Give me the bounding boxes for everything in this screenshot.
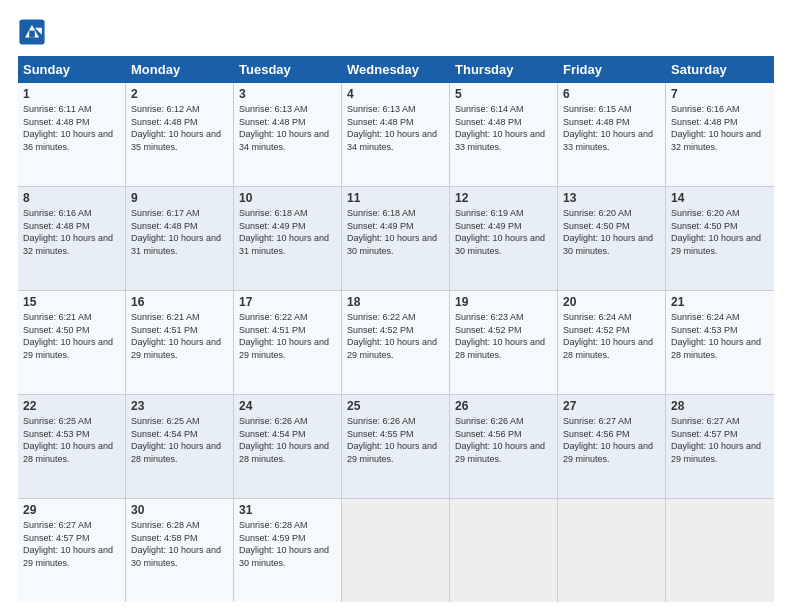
day-cell-24: 24Sunrise: 6:26 AMSunset: 4:54 PMDayligh…	[234, 395, 342, 498]
empty-cell	[558, 499, 666, 602]
header-day-friday: Friday	[558, 56, 666, 83]
day-number: 25	[347, 399, 444, 413]
day-number: 11	[347, 191, 444, 205]
day-number: 29	[23, 503, 120, 517]
header	[18, 18, 774, 46]
day-number: 20	[563, 295, 660, 309]
day-number: 23	[131, 399, 228, 413]
day-cell-18: 18Sunrise: 6:22 AMSunset: 4:52 PMDayligh…	[342, 291, 450, 394]
svg-rect-2	[29, 31, 35, 38]
header-day-monday: Monday	[126, 56, 234, 83]
day-detail: Sunrise: 6:27 AMSunset: 4:56 PMDaylight:…	[563, 415, 660, 465]
day-number: 5	[455, 87, 552, 101]
day-cell-31: 31Sunrise: 6:28 AMSunset: 4:59 PMDayligh…	[234, 499, 342, 602]
day-cell-23: 23Sunrise: 6:25 AMSunset: 4:54 PMDayligh…	[126, 395, 234, 498]
day-detail: Sunrise: 6:20 AMSunset: 4:50 PMDaylight:…	[671, 207, 769, 257]
day-number: 30	[131, 503, 228, 517]
day-detail: Sunrise: 6:21 AMSunset: 4:51 PMDaylight:…	[131, 311, 228, 361]
page: SundayMondayTuesdayWednesdayThursdayFrid…	[0, 0, 792, 612]
day-detail: Sunrise: 6:28 AMSunset: 4:58 PMDaylight:…	[131, 519, 228, 569]
day-detail: Sunrise: 6:15 AMSunset: 4:48 PMDaylight:…	[563, 103, 660, 153]
day-detail: Sunrise: 6:21 AMSunset: 4:50 PMDaylight:…	[23, 311, 120, 361]
day-cell-16: 16Sunrise: 6:21 AMSunset: 4:51 PMDayligh…	[126, 291, 234, 394]
day-cell-13: 13Sunrise: 6:20 AMSunset: 4:50 PMDayligh…	[558, 187, 666, 290]
day-number: 21	[671, 295, 769, 309]
day-detail: Sunrise: 6:13 AMSunset: 4:48 PMDaylight:…	[239, 103, 336, 153]
header-day-wednesday: Wednesday	[342, 56, 450, 83]
empty-cell	[342, 499, 450, 602]
day-number: 9	[131, 191, 228, 205]
day-cell-19: 19Sunrise: 6:23 AMSunset: 4:52 PMDayligh…	[450, 291, 558, 394]
day-cell-5: 5Sunrise: 6:14 AMSunset: 4:48 PMDaylight…	[450, 83, 558, 186]
day-detail: Sunrise: 6:24 AMSunset: 4:53 PMDaylight:…	[671, 311, 769, 361]
calendar-body: 1Sunrise: 6:11 AMSunset: 4:48 PMDaylight…	[18, 83, 774, 602]
day-detail: Sunrise: 6:16 AMSunset: 4:48 PMDaylight:…	[671, 103, 769, 153]
day-detail: Sunrise: 6:12 AMSunset: 4:48 PMDaylight:…	[131, 103, 228, 153]
day-cell-8: 8Sunrise: 6:16 AMSunset: 4:48 PMDaylight…	[18, 187, 126, 290]
header-day-saturday: Saturday	[666, 56, 774, 83]
day-cell-7: 7Sunrise: 6:16 AMSunset: 4:48 PMDaylight…	[666, 83, 774, 186]
empty-cell	[666, 499, 774, 602]
header-day-tuesday: Tuesday	[234, 56, 342, 83]
day-cell-27: 27Sunrise: 6:27 AMSunset: 4:56 PMDayligh…	[558, 395, 666, 498]
day-detail: Sunrise: 6:19 AMSunset: 4:49 PMDaylight:…	[455, 207, 552, 257]
day-cell-12: 12Sunrise: 6:19 AMSunset: 4:49 PMDayligh…	[450, 187, 558, 290]
day-detail: Sunrise: 6:20 AMSunset: 4:50 PMDaylight:…	[563, 207, 660, 257]
day-cell-30: 30Sunrise: 6:28 AMSunset: 4:58 PMDayligh…	[126, 499, 234, 602]
day-detail: Sunrise: 6:26 AMSunset: 4:54 PMDaylight:…	[239, 415, 336, 465]
day-number: 31	[239, 503, 336, 517]
day-number: 13	[563, 191, 660, 205]
day-detail: Sunrise: 6:14 AMSunset: 4:48 PMDaylight:…	[455, 103, 552, 153]
day-number: 2	[131, 87, 228, 101]
day-number: 1	[23, 87, 120, 101]
week-row-4: 22Sunrise: 6:25 AMSunset: 4:53 PMDayligh…	[18, 395, 774, 499]
day-number: 4	[347, 87, 444, 101]
day-detail: Sunrise: 6:26 AMSunset: 4:55 PMDaylight:…	[347, 415, 444, 465]
calendar: SundayMondayTuesdayWednesdayThursdayFrid…	[18, 56, 774, 602]
day-detail: Sunrise: 6:25 AMSunset: 4:53 PMDaylight:…	[23, 415, 120, 465]
day-detail: Sunrise: 6:18 AMSunset: 4:49 PMDaylight:…	[347, 207, 444, 257]
day-cell-15: 15Sunrise: 6:21 AMSunset: 4:50 PMDayligh…	[18, 291, 126, 394]
week-row-5: 29Sunrise: 6:27 AMSunset: 4:57 PMDayligh…	[18, 499, 774, 602]
day-cell-29: 29Sunrise: 6:27 AMSunset: 4:57 PMDayligh…	[18, 499, 126, 602]
day-cell-22: 22Sunrise: 6:25 AMSunset: 4:53 PMDayligh…	[18, 395, 126, 498]
day-detail: Sunrise: 6:11 AMSunset: 4:48 PMDaylight:…	[23, 103, 120, 153]
day-detail: Sunrise: 6:22 AMSunset: 4:52 PMDaylight:…	[347, 311, 444, 361]
day-detail: Sunrise: 6:27 AMSunset: 4:57 PMDaylight:…	[671, 415, 769, 465]
day-detail: Sunrise: 6:28 AMSunset: 4:59 PMDaylight:…	[239, 519, 336, 569]
day-number: 27	[563, 399, 660, 413]
day-number: 7	[671, 87, 769, 101]
day-cell-14: 14Sunrise: 6:20 AMSunset: 4:50 PMDayligh…	[666, 187, 774, 290]
day-cell-4: 4Sunrise: 6:13 AMSunset: 4:48 PMDaylight…	[342, 83, 450, 186]
day-cell-2: 2Sunrise: 6:12 AMSunset: 4:48 PMDaylight…	[126, 83, 234, 186]
logo-icon	[18, 18, 46, 46]
day-cell-6: 6Sunrise: 6:15 AMSunset: 4:48 PMDaylight…	[558, 83, 666, 186]
day-number: 17	[239, 295, 336, 309]
day-number: 28	[671, 399, 769, 413]
day-detail: Sunrise: 6:27 AMSunset: 4:57 PMDaylight:…	[23, 519, 120, 569]
day-detail: Sunrise: 6:24 AMSunset: 4:52 PMDaylight:…	[563, 311, 660, 361]
header-day-thursday: Thursday	[450, 56, 558, 83]
day-cell-11: 11Sunrise: 6:18 AMSunset: 4:49 PMDayligh…	[342, 187, 450, 290]
header-day-sunday: Sunday	[18, 56, 126, 83]
day-number: 6	[563, 87, 660, 101]
day-number: 8	[23, 191, 120, 205]
day-number: 22	[23, 399, 120, 413]
week-row-2: 8Sunrise: 6:16 AMSunset: 4:48 PMDaylight…	[18, 187, 774, 291]
day-cell-28: 28Sunrise: 6:27 AMSunset: 4:57 PMDayligh…	[666, 395, 774, 498]
day-cell-1: 1Sunrise: 6:11 AMSunset: 4:48 PMDaylight…	[18, 83, 126, 186]
day-number: 19	[455, 295, 552, 309]
week-row-3: 15Sunrise: 6:21 AMSunset: 4:50 PMDayligh…	[18, 291, 774, 395]
day-cell-17: 17Sunrise: 6:22 AMSunset: 4:51 PMDayligh…	[234, 291, 342, 394]
day-number: 26	[455, 399, 552, 413]
calendar-header: SundayMondayTuesdayWednesdayThursdayFrid…	[18, 56, 774, 83]
day-detail: Sunrise: 6:22 AMSunset: 4:51 PMDaylight:…	[239, 311, 336, 361]
day-detail: Sunrise: 6:17 AMSunset: 4:48 PMDaylight:…	[131, 207, 228, 257]
day-cell-21: 21Sunrise: 6:24 AMSunset: 4:53 PMDayligh…	[666, 291, 774, 394]
day-cell-20: 20Sunrise: 6:24 AMSunset: 4:52 PMDayligh…	[558, 291, 666, 394]
day-number: 10	[239, 191, 336, 205]
day-cell-9: 9Sunrise: 6:17 AMSunset: 4:48 PMDaylight…	[126, 187, 234, 290]
day-number: 15	[23, 295, 120, 309]
day-detail: Sunrise: 6:13 AMSunset: 4:48 PMDaylight:…	[347, 103, 444, 153]
day-cell-25: 25Sunrise: 6:26 AMSunset: 4:55 PMDayligh…	[342, 395, 450, 498]
